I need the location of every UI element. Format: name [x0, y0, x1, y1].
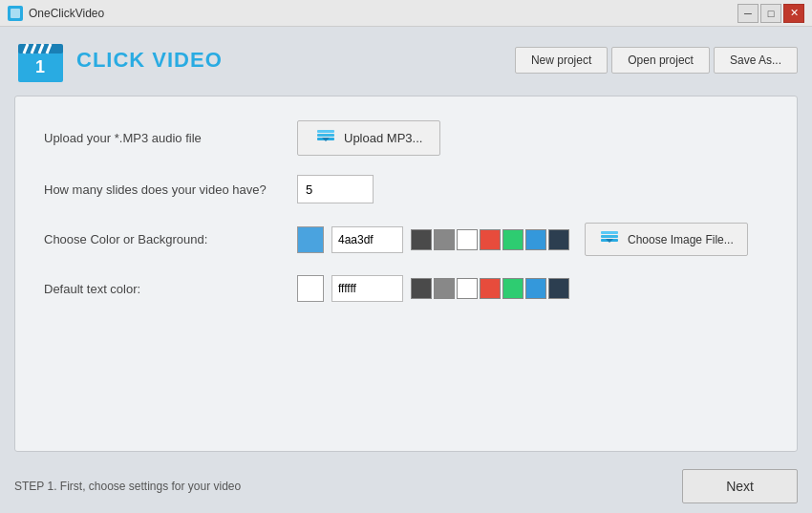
app-icon	[8, 6, 23, 21]
upload-controls: Upload MP3...	[297, 120, 440, 156]
restore-button[interactable]: □	[760, 4, 781, 23]
content-panel: Upload your *.MP3 audio file Upload MP3.…	[14, 96, 798, 452]
svg-rect-10	[317, 130, 334, 133]
text-color-presets	[411, 278, 569, 299]
image-stack-icon	[599, 229, 620, 249]
color-controls: Choose Image File...	[297, 223, 748, 256]
svg-rect-0	[11, 9, 20, 18]
title-bar-left: OneClickVideo	[8, 6, 104, 21]
text-color-swatch[interactable]	[297, 275, 324, 302]
text-color-controls	[297, 275, 569, 302]
slides-label: How many slides does your video have?	[44, 182, 283, 197]
upload-label: Upload your *.MP3 audio file	[44, 131, 283, 145]
slides-row: How many slides does your video have?	[44, 175, 768, 203]
svg-text:1: 1	[35, 57, 45, 76]
color-label: Choose Color or Background:	[44, 232, 283, 246]
logo-icon: 1	[14, 36, 67, 84]
text-preset-white[interactable]	[457, 278, 478, 299]
text-preset-green[interactable]	[502, 278, 524, 299]
bg-preset-white[interactable]	[457, 229, 478, 250]
upload-row: Upload your *.MP3 audio file Upload MP3.…	[44, 120, 768, 156]
text-preset-dark-blue[interactable]	[548, 278, 569, 299]
text-preset-dark-gray[interactable]	[411, 278, 432, 299]
bg-preset-green[interactable]	[502, 229, 524, 250]
header-buttons: New project Open project Save As...	[515, 47, 798, 74]
title-bar: OneClickVideo ─ □ ✕	[0, 0, 812, 27]
svg-rect-9	[317, 134, 334, 137]
logo-area: 1 CLICK VIDEO	[14, 36, 223, 84]
text-preset-red[interactable]	[480, 278, 501, 299]
logo-text: CLICK VIDEO	[76, 48, 223, 73]
close-button[interactable]: ✕	[783, 4, 804, 23]
bg-preset-medium-gray[interactable]	[434, 229, 455, 250]
choose-image-label: Choose Image File...	[628, 233, 734, 246]
slides-input[interactable]	[297, 175, 374, 203]
bg-preset-dark-gray[interactable]	[411, 229, 432, 250]
minimize-button[interactable]: ─	[737, 4, 759, 23]
slides-controls	[297, 175, 374, 203]
bg-preset-blue[interactable]	[525, 229, 546, 250]
bg-color-presets	[411, 229, 569, 250]
bg-hex-input[interactable]	[331, 226, 403, 253]
text-preset-medium-gray[interactable]	[434, 278, 455, 299]
app-body: 1 CLICK VIDEO New project Open project S…	[0, 27, 812, 513]
step-text: STEP 1. First, choose settings for your …	[14, 480, 241, 493]
svg-rect-14	[601, 231, 618, 234]
upload-mp3-button[interactable]: Upload MP3...	[297, 120, 440, 156]
window-controls: ─ □ ✕	[737, 4, 804, 23]
bg-color-swatch[interactable]	[297, 226, 324, 253]
color-row: Choose Color or Background: Choose Imag	[44, 223, 768, 256]
text-preset-blue[interactable]	[525, 278, 546, 299]
next-button[interactable]: Next	[682, 469, 798, 503]
window-title: OneClickVideo	[29, 7, 104, 20]
header: 1 CLICK VIDEO New project Open project S…	[14, 36, 798, 84]
choose-image-button[interactable]: Choose Image File...	[585, 223, 748, 256]
new-project-button[interactable]: New project	[515, 47, 608, 74]
text-color-row: Default text color:	[44, 275, 768, 302]
svg-rect-13	[601, 235, 618, 238]
text-hex-input[interactable]	[331, 275, 403, 302]
stack-icon	[315, 128, 336, 148]
bg-preset-red[interactable]	[480, 229, 501, 250]
save-as-button[interactable]: Save As...	[714, 47, 798, 74]
text-color-label: Default text color:	[44, 282, 283, 296]
upload-mp3-label: Upload MP3...	[344, 131, 422, 145]
open-project-button[interactable]: Open project	[611, 47, 710, 74]
footer: STEP 1. First, choose settings for your …	[14, 461, 798, 503]
bg-preset-dark-blue[interactable]	[548, 229, 569, 250]
